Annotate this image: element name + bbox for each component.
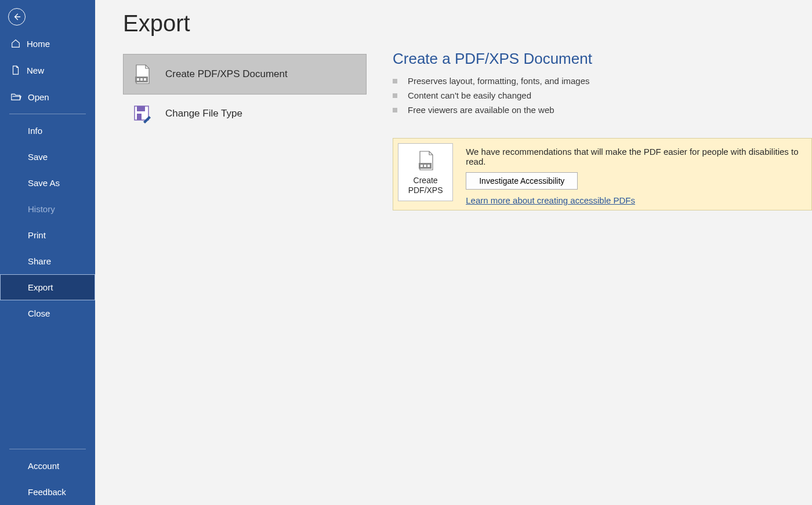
- page-title: Export: [123, 10, 367, 37]
- detail-heading: Create a PDF/XPS Document: [393, 50, 812, 68]
- sidebar-item-label: Info: [28, 126, 42, 136]
- bullet-text: Free viewers are available on the web: [408, 105, 554, 115]
- create-tile-label: Create PDF/XPS: [398, 176, 452, 196]
- bullet-square-icon: [393, 93, 397, 98]
- svg-rect-6: [137, 114, 142, 120]
- option-label: Change File Type: [165, 108, 242, 119]
- sidebar-item-label: Export: [28, 282, 53, 292]
- sidebar-item-label: Feedback: [28, 487, 66, 497]
- sidebar-item-label: Close: [28, 308, 50, 318]
- bullet-square-icon: [393, 79, 397, 83]
- detail-bullets: Preserves layout, formatting, fonts, and…: [393, 74, 812, 117]
- svg-rect-5: [137, 106, 145, 111]
- svg-rect-1: [137, 78, 139, 81]
- investigate-accessibility-button[interactable]: Investigate Accessibility: [466, 172, 578, 190]
- export-options-column: Export Create PDF/XPS Document Change Fi…: [123, 0, 367, 505]
- sidebar-item-export[interactable]: Export: [0, 274, 95, 300]
- sidebar: Home New Open Info Save Save As History …: [0, 0, 95, 505]
- option-change-file-type[interactable]: Change File Type: [123, 95, 367, 133]
- sidebar-item-info[interactable]: Info: [0, 118, 95, 144]
- svg-rect-10: [427, 165, 430, 167]
- document-icon: [10, 65, 21, 75]
- sidebar-item-home[interactable]: Home: [0, 30, 95, 57]
- accessibility-tip: We have recommendations that will make t…: [466, 143, 807, 205]
- option-label: Create PDF/XPS Document: [165, 68, 288, 80]
- back-button[interactable]: [8, 8, 26, 26]
- create-pdf-xps-button[interactable]: Create PDF/XPS: [398, 143, 453, 201]
- bullet-row: Content can't be easily changed: [393, 88, 812, 103]
- sidebar-item-new[interactable]: New: [0, 57, 95, 83]
- accessibility-panel: Create PDF/XPS We have recommendations t…: [393, 138, 812, 210]
- sidebar-item-label: New: [27, 66, 44, 75]
- tip-text: We have recommendations that will make t…: [466, 147, 807, 166]
- sidebar-divider: [9, 449, 86, 449]
- sidebar-item-save-as[interactable]: Save As: [0, 170, 95, 196]
- bullet-row: Free viewers are available on the web: [393, 103, 812, 117]
- folder-open-icon: [10, 92, 22, 102]
- learn-more-link[interactable]: Learn more about creating accessible PDF…: [466, 195, 635, 205]
- bullet-row: Preserves layout, formatting, fonts, and…: [393, 74, 812, 88]
- sidebar-item-label: Home: [27, 39, 50, 49]
- main-content: Export Create PDF/XPS Document Change Fi…: [95, 0, 812, 505]
- sidebar-item-print[interactable]: Print: [0, 222, 95, 248]
- svg-rect-3: [144, 78, 146, 81]
- sidebar-item-label: Save As: [28, 178, 60, 188]
- bullet-text: Preserves layout, formatting, fonts, and…: [408, 76, 589, 86]
- pdf-file-icon: [132, 63, 153, 86]
- sidebar-item-label: History: [28, 204, 55, 214]
- save-as-icon: [132, 103, 153, 124]
- sidebar-item-close[interactable]: Close: [0, 300, 95, 326]
- bullet-square-icon: [393, 108, 397, 112]
- sidebar-item-label: Open: [28, 92, 49, 102]
- sidebar-item-account[interactable]: Account: [0, 453, 95, 479]
- svg-rect-9: [424, 165, 426, 167]
- sidebar-item-share[interactable]: Share: [0, 248, 95, 274]
- sidebar-item-save[interactable]: Save: [0, 144, 95, 170]
- sidebar-item-label: Share: [28, 256, 51, 266]
- pdf-file-icon: [415, 149, 436, 172]
- sidebar-item-open[interactable]: Open: [0, 83, 95, 110]
- sidebar-divider: [9, 114, 86, 114]
- arrow-left-icon: [13, 13, 21, 21]
- export-detail-column: Create a PDF/XPS Document Preserves layo…: [367, 0, 812, 505]
- option-create-pdf-xps[interactable]: Create PDF/XPS Document: [123, 54, 367, 95]
- sidebar-item-label: Account: [28, 461, 59, 471]
- sidebar-item-label: Print: [28, 230, 46, 240]
- sidebar-item-history: History: [0, 196, 95, 222]
- svg-rect-8: [420, 165, 423, 167]
- sidebar-item-label: Save: [28, 152, 48, 162]
- home-icon: [10, 38, 21, 49]
- svg-rect-2: [140, 78, 143, 81]
- bullet-text: Content can't be easily changed: [408, 90, 531, 100]
- sidebar-item-feedback[interactable]: Feedback: [0, 479, 95, 505]
